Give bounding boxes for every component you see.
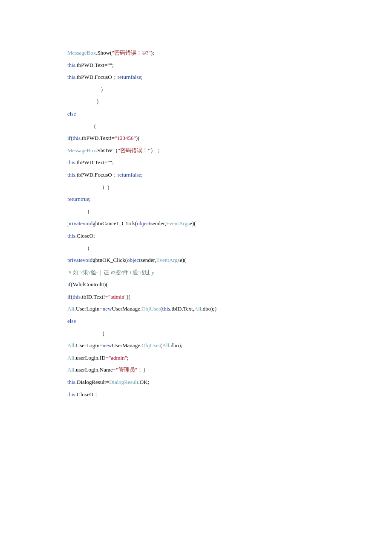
- code-token: .CloseO；: [75, 391, 99, 398]
- code-line: （: [67, 328, 358, 340]
- code-token: All: [162, 342, 170, 349]
- code-token: All: [67, 342, 75, 349]
- code-token: returnfalse: [118, 171, 141, 178]
- code-token: ;: [127, 355, 129, 361]
- code-token: this: [162, 305, 170, 312]
- code-token: new: [103, 342, 112, 349]
- code-token: privatevoid: [67, 257, 92, 263]
- code-token: .OK;: [138, 379, 150, 385]
- code-line: ）: [67, 84, 358, 96]
- code-line: this.tbPWD.Text="";: [67, 59, 358, 72]
- code-line: ）: [67, 242, 358, 255]
- code-line: this.tbPWD.FocusO；returnfalse;: [67, 169, 358, 181]
- code-token: ObjUser: [141, 305, 160, 312]
- code-token: sender,: [150, 220, 166, 227]
- code-block: MessageBox.Show("密码错误！©?″);this.tbPWD.Te…: [0, 0, 392, 401]
- code-line: this.DialogResult=DialogResult.OK;: [67, 376, 358, 389]
- code-token: .tbID.Text,: [170, 305, 194, 312]
- code-token: EventArgs: [166, 220, 190, 227]
- code-line: returntrue;: [67, 193, 358, 206]
- code-token: "admin": [108, 293, 127, 300]
- code-token: UserManage.: [112, 305, 141, 312]
- code-token: if: [67, 135, 71, 141]
- code-line: this.tbPWD.Text="";: [67, 157, 358, 169]
- code-token: ）: [67, 86, 106, 93]
- code-token: else: [67, 110, 76, 117]
- code-line: this.CloseO;: [67, 230, 358, 242]
- code-line: MessageBox.Show("密码错误！©?″);: [67, 47, 358, 59]
- code-token: .ShOW（: [96, 147, 118, 154]
- code-token: UserManage.: [112, 342, 141, 349]
- code-token: 〃如¨?果?验-｜证 i¤控?件 t 通¨i§过 y: [67, 269, 154, 276]
- code-token: e)(: [180, 257, 186, 263]
- code-token: .dbo);）: [201, 305, 220, 312]
- code-line: if(ValidControl0)(: [67, 279, 358, 291]
- code-token: object: [137, 220, 150, 227]
- code-token: returnfalse: [118, 74, 141, 80]
- code-token: this: [67, 232, 75, 239]
- code-token: ）: [67, 98, 102, 105]
- code-token: )(: [104, 281, 108, 288]
- code-line: 〃如¨?果?验-｜证 i¤控?件 t 通¨i§过 y: [67, 267, 358, 279]
- code-token: ）): [67, 184, 110, 190]
- code-token: .userLogin.Name=: [75, 366, 116, 373]
- code-token: "123456": [115, 135, 136, 141]
- code-token: ;: [141, 171, 143, 178]
- code-token: );: [151, 49, 154, 56]
- code-line: ）): [67, 181, 358, 194]
- code-token: ;: [89, 196, 91, 202]
- code-token: object: [127, 257, 141, 263]
- code-token: this: [67, 62, 75, 68]
- code-token: .tbPWD.Text!=: [81, 135, 115, 141]
- code-token: )(: [127, 293, 130, 300]
- code-token: ObjUser: [141, 342, 160, 349]
- code-token: All: [194, 305, 202, 312]
- code-token: All: [67, 355, 75, 361]
- code-token: DialogResult: [109, 379, 138, 385]
- code-token: this: [72, 293, 81, 300]
- code-token: MessageBox: [67, 49, 96, 56]
- code-token: .tbPWD.FocusO；: [75, 171, 118, 178]
- code-token: .UserLogin=: [75, 342, 103, 349]
- code-line: if(this.tbPWD.Text!="123456")(: [67, 132, 358, 145]
- code-token: .tbPWD.Text="";: [75, 62, 114, 68]
- code-token: this: [67, 379, 75, 385]
- code-token: EventArgs: [156, 257, 180, 263]
- code-token: .Show(: [96, 49, 112, 56]
- code-token: ）: [67, 245, 92, 251]
- code-token: gbtnOK_Click(: [92, 257, 127, 263]
- code-token: this: [72, 135, 81, 141]
- code-token: .userLogin.ID=: [75, 355, 109, 361]
- code-token: ;: [141, 74, 143, 80]
- code-token: "密码错误！©?″: [112, 49, 150, 56]
- code-token: .tbPWD.FocusO；: [75, 74, 118, 80]
- code-line: this.CloseO；: [67, 389, 358, 401]
- code-token: ）: [67, 208, 92, 215]
- code-token: else: [67, 318, 76, 324]
- code-token: if: [67, 281, 71, 288]
- code-token: if: [67, 293, 71, 300]
- code-line: else: [67, 108, 358, 120]
- code-line: ）: [67, 96, 358, 108]
- code-line: All.UserLogin=newUserManage.ObjUser(this…: [67, 303, 358, 315]
- code-token: .tbID.Text!=: [81, 293, 108, 300]
- code-token: All: [67, 366, 75, 373]
- code-line: privatevoidgbtnCance1_C1ick(objectsender…: [67, 218, 358, 230]
- code-token: ；｝: [137, 366, 148, 373]
- code-line: if(this.tbID.Text!="admin")(: [67, 291, 358, 303]
- code-line: All.UserLogin=newUserManage.ObjUser(All.…: [67, 340, 358, 352]
- code-token: ）；: [150, 147, 161, 154]
- code-token: .CloseO;: [75, 232, 95, 239]
- code-token: this: [67, 171, 75, 178]
- code-token: this: [67, 74, 75, 80]
- code-token: .dbo);: [169, 342, 182, 349]
- code-token: All: [67, 305, 75, 312]
- code-token: .tbPWD.Text="";: [75, 159, 114, 166]
- code-token: gbtnCance1_C1ick(: [92, 220, 137, 227]
- code-token: ″管理员″: [116, 366, 137, 373]
- code-token: privatevoid: [67, 220, 92, 227]
- code-token: （: [67, 123, 96, 129]
- code-token: "admin": [109, 355, 127, 361]
- code-token: e)(: [190, 220, 196, 227]
- code-token: )(: [136, 135, 140, 141]
